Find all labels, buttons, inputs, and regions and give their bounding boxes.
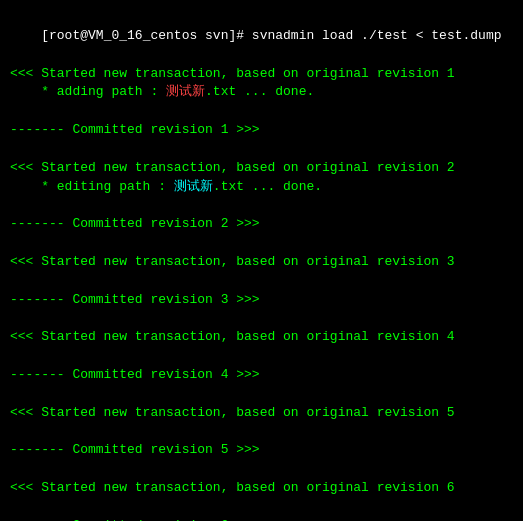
output-line (10, 423, 513, 442)
output-line (10, 310, 513, 329)
output-line: <<< Started new transaction, based on or… (10, 328, 513, 347)
output-line: <<< Started new transaction, based on or… (10, 253, 513, 272)
command-line: [root@VM_0_16_centos svn]# svnadmin load… (10, 8, 513, 65)
output-line (10, 347, 513, 366)
output-line (10, 140, 513, 159)
output-line: ------- Committed revision 1 >>> (10, 121, 513, 140)
output-line (10, 460, 513, 479)
output-text: .txt ... done. (205, 84, 314, 99)
output-line: <<< Started new transaction, based on or… (10, 65, 513, 84)
output-line (10, 234, 513, 253)
output-text: * adding path : (10, 84, 166, 99)
output-text: .txt ... done. (213, 179, 322, 194)
output-line: ------- Committed revision 3 >>> (10, 291, 513, 310)
output-line (10, 272, 513, 291)
output-line: ------- Committed revision 2 >>> (10, 215, 513, 234)
output-line (10, 102, 513, 121)
output-line: <<< Started new transaction, based on or… (10, 479, 513, 498)
output-text: * editing path : (10, 179, 174, 194)
output-line (10, 385, 513, 404)
output-line: ------- Committed revision 4 >>> (10, 366, 513, 385)
output-line: <<< Started new transaction, based on or… (10, 404, 513, 423)
output-line (10, 196, 513, 215)
chinese-filename-cyan: 测试新 (174, 179, 213, 194)
command-text: svnadmin load ./test < test.dump (252, 28, 502, 43)
terminal-window: [root@VM_0_16_centos svn]# svnadmin load… (0, 0, 523, 521)
chinese-filename: 测试新 (166, 84, 205, 99)
output-line: <<< Started new transaction, based on or… (10, 159, 513, 178)
output-line: * editing path : 测试新.txt ... done. (10, 178, 513, 197)
output-line (10, 498, 513, 517)
output-line: ------- Committed revision 6 >>> (10, 517, 513, 521)
output-line: * adding path : 测试新.txt ... done. (10, 83, 513, 102)
output-line: ------- Committed revision 5 >>> (10, 441, 513, 460)
prompt-prefix: [root@VM_0_16_centos svn]# (41, 28, 252, 43)
